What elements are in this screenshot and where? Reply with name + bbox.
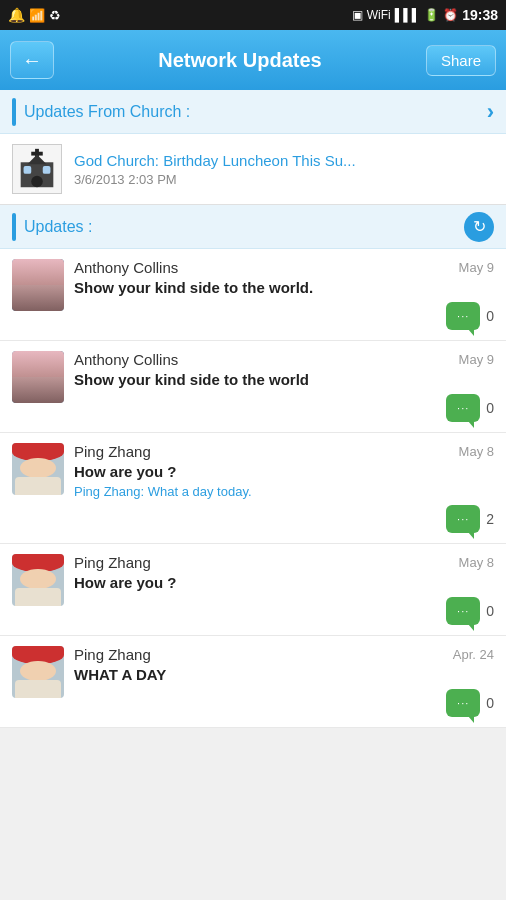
update-item[interactable]: Ping Zhang Apr. 24 WHAT A DAY ··· 0 [0, 636, 506, 728]
share-button[interactable]: Share [426, 45, 496, 76]
update-date: May 8 [459, 444, 494, 459]
wifi-icon: 📶 [29, 8, 45, 23]
comment-button[interactable]: ··· [446, 597, 480, 625]
update-author-name: Anthony Collins [74, 259, 178, 276]
header: ← Network Updates Share [0, 30, 506, 90]
section-bar-church [12, 98, 16, 126]
update-header-row: Ping Zhang Apr. 24 [74, 646, 494, 663]
update-content: Ping Zhang May 8 How are you ? ··· 0 [74, 554, 494, 625]
update-footer: ··· 0 [74, 689, 494, 717]
update-message: WHAT A DAY [74, 666, 494, 683]
avatar [12, 646, 64, 698]
comment-button[interactable]: ··· [446, 394, 480, 422]
update-content: Anthony Collins May 9 Show your kind sid… [74, 351, 494, 422]
update-item[interactable]: Ping Zhang May 8 How are you ? Ping Zhan… [0, 433, 506, 544]
update-author-name: Ping Zhang [74, 554, 151, 571]
recycle-icon: ♻ [49, 8, 61, 23]
status-bar: 🔔 📶 ♻ ▣ WiFi ▌▌▌ 🔋 ⏰ 19:38 [0, 0, 506, 30]
comment-button[interactable]: ··· [446, 689, 480, 717]
update-content: Ping Zhang Apr. 24 WHAT A DAY ··· 0 [74, 646, 494, 717]
church-section-title: Updates From Church : [24, 103, 190, 121]
avatar [12, 554, 64, 606]
svg-rect-6 [43, 166, 51, 174]
update-header-row: Anthony Collins May 9 [74, 351, 494, 368]
update-date: May 8 [459, 555, 494, 570]
update-header-row: Ping Zhang May 8 [74, 443, 494, 460]
notification-icon: 🔔 [8, 7, 25, 23]
update-item[interactable]: Anthony Collins May 9 Show your kind sid… [0, 341, 506, 433]
update-message: Show your kind side to the world [74, 371, 494, 388]
church-content: God Church: Birthday Luncheon This Su...… [74, 152, 494, 187]
updates-section-header: Updates : ↻ [0, 205, 506, 249]
avatar [12, 443, 64, 495]
update-date: May 9 [459, 352, 494, 367]
update-footer: ··· 2 [74, 505, 494, 533]
comment-count: 0 [486, 400, 494, 416]
church-section-left: Updates From Church : [12, 98, 190, 126]
update-item[interactable]: Anthony Collins May 9 Show your kind sid… [0, 249, 506, 341]
update-message: How are you ? [74, 463, 494, 480]
comment-dots-icon: ··· [457, 605, 469, 617]
comment-count: 0 [486, 308, 494, 324]
comment-dots-icon: ··· [457, 402, 469, 414]
signal-icon: ▣ [352, 8, 363, 22]
update-content: Ping Zhang May 8 How are you ? Ping Zhan… [74, 443, 494, 533]
update-author-name: Ping Zhang [74, 646, 151, 663]
update-footer: ··· 0 [74, 597, 494, 625]
header-title: Network Updates [54, 49, 426, 72]
svg-rect-4 [31, 176, 43, 188]
church-item-date: 3/6/2013 2:03 PM [74, 172, 494, 187]
comment-button[interactable]: ··· [446, 302, 480, 330]
avatar [12, 351, 64, 403]
update-author-name: Ping Zhang [74, 443, 151, 460]
update-date: Apr. 24 [453, 647, 494, 662]
comment-dots-icon: ··· [457, 513, 469, 525]
content-area: Updates From Church : › [0, 90, 506, 900]
back-button[interactable]: ← [10, 41, 54, 79]
bars-icon: ▌▌▌ [395, 8, 421, 22]
church-item[interactable]: God Church: Birthday Luncheon This Su...… [0, 134, 506, 205]
update-item[interactable]: Ping Zhang May 8 How are you ? ··· 0 [0, 544, 506, 636]
comment-dots-icon: ··· [457, 310, 469, 322]
update-header-row: Ping Zhang May 8 [74, 554, 494, 571]
comment-button[interactable]: ··· [446, 505, 480, 533]
refresh-button[interactable]: ↻ [464, 212, 494, 242]
updates-section-left: Updates : [12, 213, 92, 241]
update-footer: ··· 0 [74, 394, 494, 422]
battery-icon: 🔋 [424, 8, 439, 22]
back-arrow-icon: ← [22, 49, 42, 72]
update-footer: ··· 0 [74, 302, 494, 330]
refresh-icon: ↻ [473, 217, 486, 236]
update-date: May 9 [459, 260, 494, 275]
comment-count: 0 [486, 603, 494, 619]
comment-count: 0 [486, 695, 494, 711]
church-avatar [12, 144, 62, 194]
time-display: 19:38 [462, 7, 498, 23]
update-header-row: Anthony Collins May 9 [74, 259, 494, 276]
church-forward-arrow-icon[interactable]: › [487, 99, 494, 125]
updates-section-title: Updates : [24, 218, 92, 236]
comment-preview: Ping Zhang: What a day today. [74, 484, 494, 499]
comment-dots-icon: ··· [457, 697, 469, 709]
status-icons-left: 🔔 📶 ♻ [8, 7, 61, 23]
church-section-header: Updates From Church : › [0, 90, 506, 134]
update-author-name: Anthony Collins [74, 351, 178, 368]
update-message: How are you ? [74, 574, 494, 591]
wifi-strength-icon: WiFi [367, 8, 391, 22]
svg-rect-5 [24, 166, 32, 174]
section-bar-updates [12, 213, 16, 241]
avatar [12, 259, 64, 311]
church-item-title: God Church: Birthday Luncheon This Su... [74, 152, 494, 169]
status-right: ▣ WiFi ▌▌▌ 🔋 ⏰ 19:38 [352, 7, 498, 23]
alarm-icon: ⏰ [443, 8, 458, 22]
comment-count: 2 [486, 511, 494, 527]
update-content: Anthony Collins May 9 Show your kind sid… [74, 259, 494, 330]
update-message: Show your kind side to the world. [74, 279, 494, 296]
